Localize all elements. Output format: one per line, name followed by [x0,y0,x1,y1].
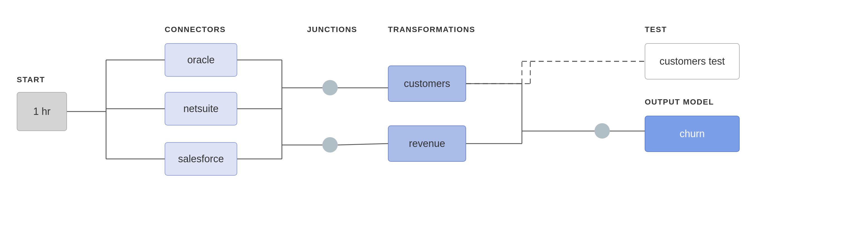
revenue-label: revenue [409,138,445,149]
label-test: TEST [645,25,667,34]
customers-label: customers [404,78,450,90]
netsuite-node[interactable]: netsuite [165,92,237,126]
label-start: START [17,75,45,84]
customers-test-label: customers test [659,56,725,67]
junction-bottom [322,137,338,152]
junction-top [322,80,338,95]
oracle-label: oracle [187,54,215,66]
junction-right [594,123,610,139]
diagram-container: START CONNECTORS JUNCTIONS TRANSFORMATIO… [0,0,868,242]
label-junctions: JUNCTIONS [307,25,357,34]
netsuite-label: netsuite [183,103,219,114]
start-node[interactable]: 1 hr [17,92,67,131]
churn-label: churn [680,128,705,140]
customers-test-node[interactable]: customers test [645,43,740,79]
label-output-model: OUTPUT MODEL [645,98,714,106]
salesforce-node[interactable]: salesforce [165,142,237,176]
label-connectors: CONNECTORS [165,25,226,34]
svg-line-15 [338,144,388,145]
customers-node[interactable]: customers [388,66,466,102]
oracle-node[interactable]: oracle [165,43,237,77]
salesforce-label: salesforce [178,153,224,165]
start-label: 1 hr [33,106,51,117]
label-transformations: TRANSFORMATIONS [388,25,475,34]
churn-node[interactable]: churn [645,116,740,152]
revenue-node[interactable]: revenue [388,126,466,162]
